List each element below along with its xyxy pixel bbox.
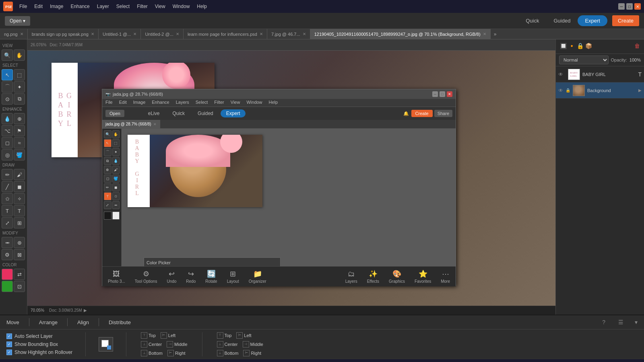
inner-photo-bin-button[interactable]: 🖼 Photo 3... <box>105 268 128 285</box>
lasso-tool[interactable]: ⌒ <box>2 81 13 93</box>
move-tool[interactable]: ↖ <box>2 69 13 80</box>
inner-menu-edit[interactable]: Edit <box>116 99 130 107</box>
blend-mode-select[interactable]: Normal <box>559 56 609 64</box>
inner-notification-icon[interactable]: 🔔 <box>403 111 409 116</box>
show-bounding-box-checkbox[interactable] <box>6 341 12 347</box>
layer-eye-baby-girl[interactable]: 👁 <box>558 72 563 77</box>
menu-file[interactable]: File <box>16 2 30 11</box>
spot-healing-tool[interactable]: ⊕ <box>14 113 25 124</box>
layer-eye-background[interactable]: 👁 <box>558 88 563 93</box>
inner-marquee-tool[interactable]: ⬚ <box>112 139 120 147</box>
tab-4[interactable]: learn more page for influencers.psd✕ <box>184 29 267 39</box>
line-tool[interactable]: ╱ <box>2 181 13 192</box>
shape-tool[interactable]: ◼ <box>14 181 25 192</box>
crop-tool[interactable]: ⧉ <box>14 93 25 105</box>
layer-expand-icon[interactable]: ▶ <box>638 88 642 93</box>
tab-6[interactable]: 12190405_10204911600051470_1898999247_o.… <box>310 29 491 39</box>
eraser-tool[interactable]: ◻ <box>2 137 13 148</box>
align-center-button[interactable]: ⊥ Center <box>139 340 163 348</box>
menu-filter[interactable]: Filter <box>134 2 151 11</box>
tab-0[interactable]: ng.png✕ <box>0 29 28 39</box>
inner-canvas-view[interactable]: BABY GIRL <box>122 129 456 266</box>
menu-select[interactable]: Select <box>113 2 133 11</box>
inner-mode-quick[interactable]: Quick <box>167 109 190 117</box>
straighten-tool[interactable]: ⤢ <box>2 217 13 228</box>
inner-menu-enhance[interactable]: Enhance <box>149 99 172 107</box>
swap-colors[interactable]: ⇄ <box>14 269 25 280</box>
canvas-view[interactable]: BABYGIRL 📷 jada.jpg @ 28.7% (668/8) <box>27 51 555 306</box>
inner-mode-guided[interactable]: Guided <box>192 109 219 117</box>
inner-mode-elive[interactable]: eLive <box>142 109 165 117</box>
menu-edit[interactable]: Edit <box>31 2 46 11</box>
tab-close-2[interactable]: ✕ <box>133 32 136 36</box>
distribute-top-button[interactable]: ⊤ Top <box>215 331 233 339</box>
inner-menu-layers[interactable]: Layers <box>173 99 192 107</box>
tab-1[interactable]: brands sign up pg speak.png✕ <box>28 29 99 39</box>
inner-more-button[interactable]: ⋯ More <box>438 268 452 285</box>
inner-zoom-tool[interactable]: 🔍 <box>104 130 111 138</box>
vertical-text-tool[interactable]: T <box>14 205 25 216</box>
more-tabs-button[interactable]: » <box>491 31 500 37</box>
layer-row-background[interactable]: 👁 🔒 Background ▶ <box>556 82 644 99</box>
menu-view[interactable]: View <box>152 2 169 11</box>
tab-close-1[interactable]: ✕ <box>91 32 94 36</box>
maximize-button[interactable]: □ <box>626 3 633 10</box>
smart-brush-tool[interactable]: ✩ <box>2 193 13 204</box>
detail-brush-tool[interactable]: ✧ <box>14 193 25 204</box>
inner-lasso-tool[interactable]: ⌒ <box>104 148 111 156</box>
menu-help[interactable]: Help <box>194 2 210 11</box>
brush-tool[interactable]: 🖌 <box>14 169 25 180</box>
inner-undo-button[interactable]: ↩ Undo <box>164 268 179 285</box>
zoom-tool[interactable]: 🔍 <box>2 49 13 61</box>
distribute-right-button[interactable]: ⊢ Right <box>242 349 263 357</box>
inner-effects-button[interactable]: ✨ Effects <box>365 268 382 285</box>
inner-tool-options-button[interactable]: ⚙ Tool Options <box>132 268 160 285</box>
tab-close-0[interactable]: ✕ <box>20 32 23 36</box>
options-expand-icon[interactable]: ▾ <box>635 319 638 325</box>
menu-image[interactable]: Image <box>47 2 66 11</box>
distribute-left-button[interactable]: ⊢ Left <box>235 331 253 339</box>
layer-group-icon[interactable]: 📦 <box>585 43 592 49</box>
inner-minimize-button[interactable]: ─ <box>432 91 438 97</box>
tab-3[interactable]: Untitled-2 @...✕ <box>141 29 183 39</box>
create-button[interactable]: Create <box>612 15 639 26</box>
inner-layout-button[interactable]: ⊞ Layout <box>225 268 242 285</box>
distribute-bottom-button[interactable]: ⊥ Bottom <box>215 349 240 357</box>
tab-close-4[interactable]: ✕ <box>260 32 263 36</box>
inner-move-tool[interactable]: ↖ <box>104 139 111 147</box>
align-left-button[interactable]: ⊢ Left <box>159 331 177 339</box>
status-expand-arrow[interactable]: ▶ <box>84 308 87 313</box>
inner-menu-filter[interactable]: Filter <box>211 99 227 107</box>
inner-shape-tool[interactable]: ◼ <box>112 183 120 191</box>
hand-tool[interactable]: ✋ <box>14 49 25 61</box>
inner-open-button[interactable]: Open <box>105 110 124 117</box>
inner-create-button[interactable]: Create <box>411 110 433 117</box>
inner-menu-select[interactable]: Select <box>192 99 211 107</box>
inner-wand-tool[interactable]: ✦ <box>112 148 120 156</box>
options-help-icon[interactable]: ? <box>602 319 605 325</box>
inner-liquify-tool[interactable]: ⥈ <box>112 201 120 209</box>
default-colors[interactable]: ⊡ <box>14 281 25 292</box>
inner-menu-image[interactable]: Image <box>130 99 149 107</box>
liquify-tool[interactable]: ⥈ <box>2 237 13 248</box>
mode-quick[interactable]: Quick <box>518 15 546 26</box>
inner-transform-tool[interactable]: ⤢ <box>104 201 111 209</box>
auto-select-layer-checkbox[interactable] <box>6 333 12 339</box>
inner-eraser-tool[interactable]: ◻ <box>104 175 111 183</box>
align-right-button[interactable]: ⊢ Right <box>166 349 187 357</box>
quick-selection-tool[interactable]: ⊙ <box>2 93 13 105</box>
inner-pencil-tool[interactable]: ✏ <box>104 183 111 191</box>
settings-tool[interactable]: ⚙ <box>2 249 13 260</box>
inner-redo-button[interactable]: ↪ Redo <box>184 268 198 285</box>
inner-crop-tool[interactable]: ⧉ <box>104 157 111 165</box>
minimize-button[interactable]: ─ <box>618 3 625 10</box>
brush-heal-tool[interactable]: ⌥ <box>2 125 13 136</box>
eyedropper-tool[interactable]: 💧 <box>2 113 13 124</box>
layer-delete-icon[interactable]: 🗑 <box>634 43 640 49</box>
inner-smart-brush[interactable]: ✩ <box>112 192 120 200</box>
recompose-tool[interactable]: ⊞ <box>14 217 25 228</box>
inner-fg-color[interactable] <box>104 212 111 220</box>
sponge-tool[interactable]: ◎ <box>2 149 13 160</box>
align-top-button[interactable]: ⊤ Top <box>139 331 157 339</box>
inner-eyedropper-tool[interactable]: 💧 <box>112 157 120 165</box>
